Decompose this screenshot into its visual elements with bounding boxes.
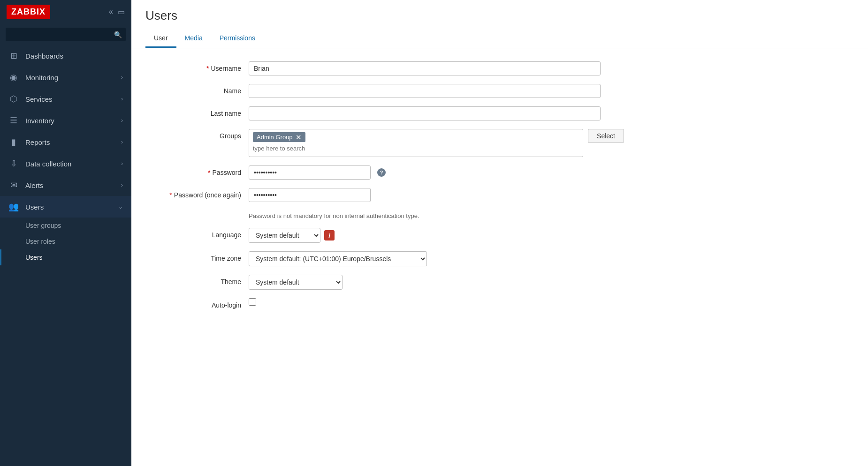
password-info-row: Password is not mandatory for non intern… [145,210,854,219]
lastname-row: Last name [145,106,854,120]
language-label: Language [145,228,249,239]
lastname-input[interactable] [249,106,601,120]
sidebar-header-icons: « ▭ [109,8,125,16]
group-tag-label: Admin Group [257,134,293,141]
zabbix-logo[interactable]: ZABBIX [7,5,50,19]
sidebar-header: ZABBIX « ▭ [0,0,131,24]
tab-media[interactable]: Media [176,30,211,48]
sidebar-subitem-user-roles[interactable]: User roles [0,233,131,249]
name-row: Name [145,84,854,98]
search-box: 🔍 [6,28,126,41]
sidebar-item-reports[interactable]: ▮ Reports › [0,131,131,153]
reports-icon: ▮ [8,137,19,147]
search-input[interactable] [6,28,126,41]
data-collection-icon: ⇩ [8,158,19,169]
tab-user[interactable]: User [145,30,176,48]
password-label: *Password [145,165,249,176]
password-once-label: *Password (once again) [145,188,249,199]
theme-control: System default [249,275,601,290]
form-area: *Username Name Last name Groups [131,48,868,331]
password-help-icon[interactable]: ? [377,168,386,177]
timezone-select[interactable]: System default: (UTC+01:00) Europe/Bruss… [249,251,427,266]
theme-label: Theme [145,275,249,286]
username-required-star: * [206,65,209,72]
tabs: User Media Permissions [145,30,854,48]
sidebar-item-services-label: Services [25,95,114,103]
search-icon: 🔍 [114,31,122,38]
data-collection-arrow-icon: › [121,160,123,167]
groups-input-area[interactable]: Admin Group ✕ [249,129,583,157]
password-row: *Password ? [145,165,854,180]
name-control [249,84,601,98]
alerts-arrow-icon: › [121,182,123,188]
sidebar-item-data-collection-label: Data collection [25,160,114,168]
lastname-control [249,106,601,120]
timezone-row: Time zone System default: (UTC+01:00) Eu… [145,251,854,266]
sidebar: ZABBIX « ▭ 🔍 ⊞ Dashboards ◉ Monitoring ›… [0,0,131,466]
groups-row: Groups Admin Group ✕ Select [145,129,854,157]
reports-arrow-icon: › [121,139,123,145]
expand-icon[interactable]: ▭ [118,8,125,16]
sidebar-subitem-user-groups[interactable]: User groups [0,218,131,233]
password-info-control: Password is not mandatory for non intern… [249,210,601,219]
sidebar-item-inventory-label: Inventory [25,117,114,125]
sidebar-subitem-users[interactable]: Users [0,249,131,265]
name-input[interactable] [249,84,601,98]
main-content: Users User Media Permissions *Username N… [131,0,868,466]
language-select[interactable]: System default [249,228,320,243]
password-row-control: ? [249,165,601,180]
username-input[interactable] [249,61,601,75]
users-icon: 👥 [8,202,19,212]
collapse-icon[interactable]: « [109,8,113,16]
sidebar-item-data-collection[interactable]: ⇩ Data collection › [0,153,131,174]
inventory-arrow-icon: › [121,117,123,124]
sidebar-item-monitoring-label: Monitoring [25,74,114,82]
select-button[interactable]: Select [588,129,624,143]
password-info-text: Password is not mandatory for non intern… [249,212,601,219]
autologin-checkbox[interactable] [249,298,256,306]
password-info-spacer [145,210,249,214]
password-once-row: *Password (once again) [145,188,854,202]
tab-permissions[interactable]: Permissions [211,30,264,48]
page-header: Users User Media Permissions [131,0,868,48]
name-label: Name [145,84,249,95]
inventory-icon: ☰ [8,115,19,126]
sidebar-item-dashboards[interactable]: ⊞ Dashboards [0,45,131,67]
password-once-input[interactable] [249,188,371,202]
group-tag-admin: Admin Group ✕ [253,132,305,142]
sidebar-item-services[interactable]: ⬡ Services › [0,88,131,110]
theme-select[interactable]: System default [249,275,343,290]
username-row: *Username [145,61,854,75]
services-arrow-icon: › [121,96,123,102]
lastname-label: Last name [145,106,249,117]
group-tag-remove-icon[interactable]: ✕ [296,134,302,141]
sidebar-item-alerts-label: Alerts [25,181,114,189]
sidebar-item-dashboards-label: Dashboards [25,52,123,60]
sidebar-item-inventory[interactable]: ☰ Inventory › [0,110,131,131]
dashboards-icon: ⊞ [8,51,19,61]
language-select-with-info: System default i [249,228,601,243]
sidebar-item-reports-label: Reports [25,138,114,146]
groups-search-input[interactable] [253,144,579,153]
sidebar-item-users[interactable]: 👥 Users ⌄ [0,196,131,218]
password-once-required-star: * [169,191,172,199]
alerts-icon: ✉ [8,180,19,190]
language-info-badge[interactable]: i [324,230,335,241]
language-control: System default i [249,228,601,243]
language-row: Language System default i [145,228,854,243]
autologin-label: Auto-login [145,298,249,309]
password-input[interactable] [249,165,371,180]
autologin-row: Auto-login [145,298,854,309]
monitoring-arrow-icon: › [121,74,123,81]
groups-container: Admin Group ✕ Select [249,129,624,157]
password-required-star: * [208,169,210,176]
groups-label: Groups [145,129,249,140]
users-arrow-icon: ⌄ [118,203,123,210]
timezone-label: Time zone [145,251,249,262]
theme-row: Theme System default [145,275,854,290]
username-control [249,61,601,75]
sidebar-item-monitoring[interactable]: ◉ Monitoring › [0,67,131,88]
autologin-control [249,298,601,307]
password-once-control [249,188,601,202]
sidebar-item-alerts[interactable]: ✉ Alerts › [0,174,131,196]
